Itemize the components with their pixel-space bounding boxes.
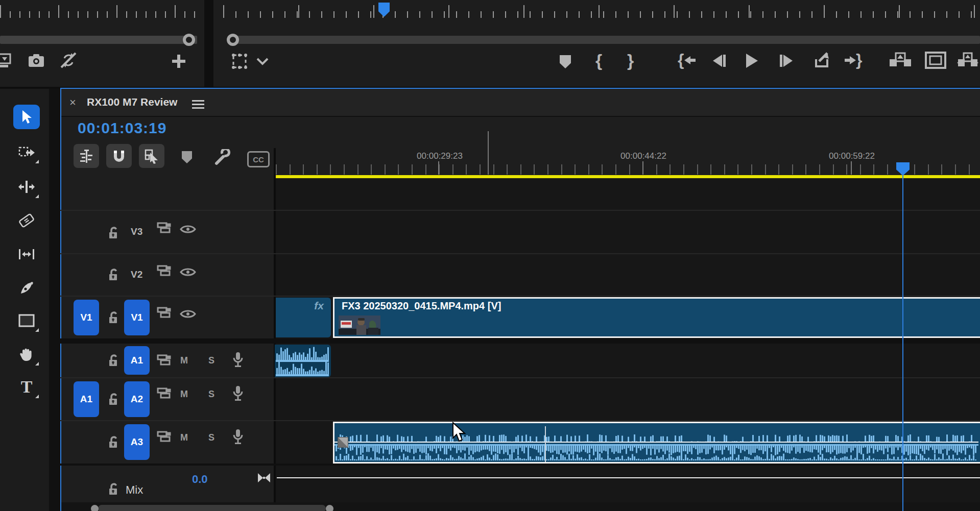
source-zoom-handle[interactable]: [183, 34, 195, 46]
playhead-line[interactable]: [902, 175, 903, 511]
extract-icon[interactable]: [956, 52, 979, 69]
source-patch-v1[interactable]: V1: [74, 300, 99, 335]
program-zoom-scrollbar[interactable]: [236, 36, 980, 44]
solo-button[interactable]: S: [208, 432, 214, 443]
wrench-settings-icon[interactable]: [213, 149, 231, 166]
row-separator: [60, 296, 980, 297]
mark-in-icon[interactable]: {: [595, 49, 602, 71]
export-frame-camera-icon[interactable]: [28, 53, 45, 68]
tool-type[interactable]: T: [13, 375, 40, 399]
video-clip-fx3[interactable]: FX3 20250320_0415.MP4.mp4 [V]: [333, 297, 980, 338]
mic-voiceover-icon[interactable]: [232, 385, 244, 401]
sync-lock-icon[interactable]: [156, 430, 173, 444]
tool-slip[interactable]: [13, 242, 40, 266]
timeline-settings-button[interactable]: [74, 144, 99, 168]
add-button-plus-icon[interactable]: [171, 53, 187, 69]
sync-lock-icon[interactable]: [156, 387, 173, 400]
mark-out-icon[interactable]: }: [627, 49, 634, 71]
chevron-down-icon[interactable]: [255, 56, 270, 66]
program-zoom-handle[interactable]: [227, 34, 239, 46]
audio-clip-fx3[interactable]: [333, 422, 980, 464]
panel-menu-icon[interactable]: [192, 98, 204, 111]
go-to-in-icon[interactable]: {: [677, 51, 697, 69]
step-forward-icon[interactable]: [778, 54, 795, 67]
sync-lock-icon[interactable]: [156, 306, 173, 320]
sync-lock-icon[interactable]: [156, 354, 173, 367]
ruler-label-tick: [438, 161, 439, 175]
mic-voiceover-icon[interactable]: [232, 351, 244, 368]
tool-hand[interactable]: [13, 342, 40, 367]
go-to-out-icon[interactable]: }: [844, 51, 863, 69]
track-target-a1[interactable]: A1: [124, 346, 150, 375]
lock-icon[interactable]: [107, 310, 121, 325]
sync-lock-icon[interactable]: [156, 264, 173, 278]
mix-volume-value[interactable]: 0.0: [192, 473, 208, 486]
playhead-timecode[interactable]: 00:01:03:19: [78, 119, 166, 137]
captions-cc-icon[interactable]: CC: [247, 151, 270, 167]
tool-track-select-forward[interactable]: [13, 140, 40, 164]
clip-thumbnail: [339, 315, 380, 335]
lift-icon[interactable]: [889, 52, 912, 69]
clip-volume-line[interactable]: [334, 442, 978, 443]
lock-icon[interactable]: [107, 482, 121, 496]
export-frame-icon[interactable]: [812, 51, 831, 70]
mute-button[interactable]: M: [180, 355, 188, 366]
timeline-hscroll-bar[interactable]: [98, 505, 326, 511]
source-zoom-scrollbar[interactable]: [0, 36, 197, 44]
video-audio-gap: [60, 338, 980, 344]
eye-visibility-icon[interactable]: [180, 308, 196, 320]
tool-rectangle[interactable]: [13, 308, 40, 333]
solo-button[interactable]: S: [208, 389, 214, 400]
mic-voiceover-icon[interactable]: [232, 428, 244, 445]
monitor-bottom-strip: { } { }: [0, 0, 980, 89]
mute-button[interactable]: M: [180, 389, 188, 400]
track-target-a2[interactable]: A2: [124, 381, 150, 417]
eye-visibility-icon[interactable]: [180, 224, 196, 235]
ruler-label: 00:00:59:22: [829, 151, 875, 161]
track-target-v2[interactable]: V2: [131, 269, 142, 280]
audio-clip-a1[interactable]: [275, 345, 331, 377]
lock-icon[interactable]: [107, 226, 121, 240]
snap-magnet-button[interactable]: [106, 144, 132, 168]
tool-ripple-edit[interactable]: [13, 175, 40, 199]
add-marker-icon[interactable]: [560, 55, 571, 68]
tool-selection[interactable]: [13, 105, 40, 129]
track-target-v3[interactable]: V3: [131, 226, 142, 237]
sync-disabled-icon[interactable]: [59, 51, 78, 69]
row-separator: [60, 377, 980, 378]
ruler-label-tick: [851, 161, 852, 175]
eye-visibility-icon[interactable]: [180, 266, 196, 278]
mute-button[interactable]: M: [180, 432, 188, 443]
tool-razor[interactable]: [13, 208, 40, 233]
source-monitor-ruler[interactable]: [0, 4, 200, 18]
hscroll-handle-left[interactable]: [91, 505, 99, 511]
video-clip-tail[interactable]: fx: [276, 298, 331, 337]
track-target-a3[interactable]: A3: [124, 424, 150, 460]
close-tab-icon[interactable]: ×: [69, 96, 76, 109]
audio-waveform: [334, 423, 978, 462]
lock-icon[interactable]: [107, 267, 121, 282]
step-back-icon[interactable]: [711, 54, 727, 67]
lock-icon[interactable]: [107, 435, 121, 449]
linked-selection-button[interactable]: [139, 144, 164, 168]
subtool-indicator: [35, 160, 39, 163]
subtool-indicator: [35, 328, 39, 332]
keyframe-toggle-icon[interactable]: [257, 472, 271, 483]
tool-pen[interactable]: [13, 276, 40, 300]
sync-lock-icon[interactable]: [156, 222, 173, 235]
source-patch-a1[interactable]: A1: [74, 381, 99, 417]
insert-monitor-icon[interactable]: [0, 51, 13, 70]
marquee-settings-icon[interactable]: [230, 52, 249, 70]
lock-icon[interactable]: [107, 392, 121, 406]
safe-margins-icon[interactable]: [924, 51, 947, 69]
clip-name: FX3 20250320_0415.MP4.mp4 [V]: [342, 300, 501, 312]
track-target-v1[interactable]: V1: [124, 300, 150, 335]
clip-fade-handle[interactable]: [338, 437, 348, 448]
solo-button[interactable]: S: [208, 355, 214, 366]
mix-track-label: Mix: [126, 483, 143, 497]
lock-icon[interactable]: [107, 353, 121, 368]
program-monitor-ruler[interactable]: [223, 4, 980, 18]
timeline-tab-title[interactable]: RX100 M7 Review: [87, 96, 177, 108]
hscroll-handle-right[interactable]: [326, 505, 333, 511]
play-icon[interactable]: [745, 53, 759, 68]
